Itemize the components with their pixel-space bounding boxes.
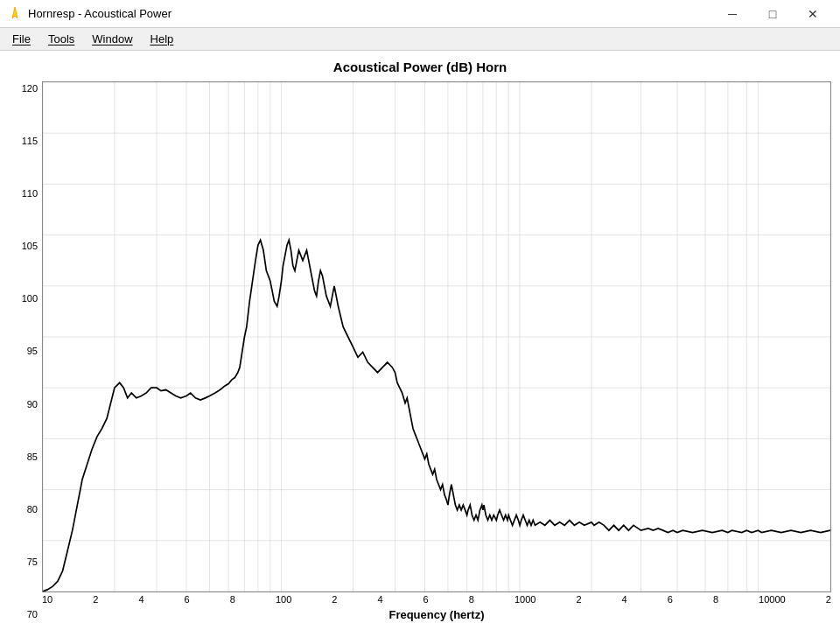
y-label-85: 85 bbox=[27, 452, 38, 462]
x-label-2c: 2 bbox=[576, 594, 581, 605]
y-label-95: 95 bbox=[27, 346, 38, 356]
x-label-2b: 2 bbox=[332, 594, 337, 605]
y-label-80: 80 bbox=[27, 504, 38, 514]
x-label-6b: 6 bbox=[424, 594, 429, 605]
x-label-2a: 2 bbox=[93, 594, 98, 605]
chart-title: Acoustical Power (dB) Horn bbox=[333, 60, 507, 74]
x-label-2d: 2 bbox=[826, 594, 831, 605]
y-label-90: 90 bbox=[27, 399, 38, 410]
x-label-6a: 6 bbox=[185, 594, 190, 605]
y-label-70: 70 bbox=[27, 609, 38, 620]
y-label-75: 75 bbox=[27, 556, 38, 567]
x-label-1000: 1000 bbox=[514, 594, 536, 605]
menu-help[interactable]: Help bbox=[142, 30, 183, 48]
svg-marker-0 bbox=[12, 7, 18, 18]
x-label-8b: 8 bbox=[469, 594, 474, 605]
x-label-8a: 8 bbox=[230, 594, 235, 605]
frequency-response-curve bbox=[43, 240, 830, 592]
y-label-115: 115 bbox=[22, 136, 38, 146]
y-axis-labels: 120 115 110 105 100 95 90 85 80 75 70 bbox=[9, 81, 42, 621]
x-axis-labels: 10 2 4 6 8 100 2 4 6 8 1000 2 4 6 8 1000… bbox=[42, 592, 831, 605]
x-axis-title: Frequency (hertz) bbox=[42, 608, 831, 621]
app-icon bbox=[7, 6, 23, 22]
chart-svg bbox=[42, 81, 831, 592]
close-button[interactable]: ✕ bbox=[793, 0, 833, 28]
x-label-10: 10 bbox=[42, 594, 52, 605]
x-label-4c: 4 bbox=[622, 594, 627, 605]
y-label-110: 110 bbox=[22, 188, 38, 199]
menu-window[interactable]: Window bbox=[83, 30, 141, 48]
menu-file[interactable]: File bbox=[4, 30, 39, 48]
x-label-4b: 4 bbox=[377, 594, 382, 605]
chart-container: Acoustical Power (dB) Horn 120 115 110 1… bbox=[0, 51, 840, 630]
maximize-button[interactable]: □ bbox=[752, 0, 793, 28]
x-label-6c: 6 bbox=[668, 594, 673, 605]
x-label-10000: 10000 bbox=[759, 594, 786, 605]
menu-bar: File Tools Window Help bbox=[0, 28, 840, 51]
chart-area: 120 115 110 105 100 95 90 85 80 75 70 bbox=[9, 81, 831, 621]
title-bar-controls: ─ □ ✕ bbox=[712, 0, 833, 28]
x-label-100: 100 bbox=[276, 594, 291, 605]
menu-tools[interactable]: Tools bbox=[39, 30, 83, 48]
title-text: Hornresp - Acoustical Power bbox=[28, 7, 172, 20]
title-bar-left: Hornresp - Acoustical Power bbox=[7, 6, 172, 22]
y-label-105: 105 bbox=[22, 241, 38, 251]
x-label-8c: 8 bbox=[713, 594, 718, 605]
y-label-120: 120 bbox=[22, 83, 38, 94]
minimize-button[interactable]: ─ bbox=[712, 0, 752, 28]
x-label-4a: 4 bbox=[138, 594, 144, 605]
chart-svg-wrapper: 10 2 4 6 8 100 2 4 6 8 1000 2 4 6 8 1000… bbox=[42, 81, 831, 621]
title-bar: Hornresp - Acoustical Power ─ □ ✕ bbox=[0, 0, 840, 28]
y-label-100: 100 bbox=[22, 293, 38, 304]
